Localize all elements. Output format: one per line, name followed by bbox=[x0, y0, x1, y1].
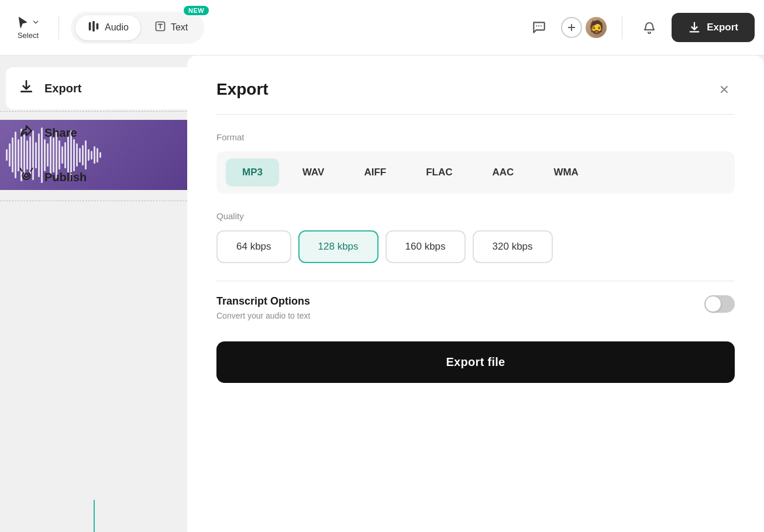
add-user-button[interactable] bbox=[561, 17, 582, 38]
quality-selector: 64 kbps 128 kbps 160 kbps 320 kbps bbox=[216, 230, 735, 263]
menu-item-export[interactable]: Export bbox=[6, 67, 187, 109]
menu-share-label: Share bbox=[44, 126, 77, 140]
modal-header: Export bbox=[216, 79, 735, 115]
quality-label: Quality bbox=[216, 211, 735, 221]
notification-button[interactable] bbox=[636, 15, 662, 40]
select-label: Select bbox=[18, 31, 39, 40]
export-label: Export bbox=[707, 22, 738, 33]
audio-icon bbox=[87, 20, 100, 36]
audio-label: Audio bbox=[105, 22, 129, 33]
user-group: 🧔 bbox=[561, 16, 608, 39]
format-aac-button[interactable]: AAC bbox=[476, 158, 531, 186]
quality-128-button[interactable]: 128 kbps bbox=[298, 230, 378, 263]
format-label: Format bbox=[216, 132, 735, 142]
svg-point-4 bbox=[536, 25, 537, 26]
playback-cursor bbox=[94, 500, 95, 532]
share-icon bbox=[19, 123, 34, 142]
avatar[interactable]: 🧔 bbox=[584, 16, 608, 39]
close-button[interactable] bbox=[714, 79, 735, 100]
format-mp3-button[interactable]: MP3 bbox=[226, 158, 279, 186]
menu-publish-label: Publish bbox=[44, 171, 87, 184]
transcript-toggle[interactable] bbox=[704, 295, 735, 313]
transcript-title: Transcript Options bbox=[216, 295, 310, 308]
cursor-icon bbox=[16, 16, 40, 29]
transcript-section: Transcript Options Convert your audio to… bbox=[216, 295, 735, 320]
transcript-desc: Convert your audio to text bbox=[216, 311, 310, 320]
chat-button[interactable] bbox=[526, 15, 552, 40]
format-wma-button[interactable]: WMA bbox=[537, 158, 594, 186]
publish-icon bbox=[19, 168, 34, 186]
modal-title: Export bbox=[216, 80, 269, 99]
quality-160-button[interactable]: 160 kbps bbox=[386, 230, 466, 263]
toggle-knob bbox=[706, 296, 721, 312]
export-modal: Export Format MP3 WAV AIFF FLAC AAC WMA bbox=[187, 56, 764, 532]
text-label: Text bbox=[171, 22, 188, 33]
download-icon bbox=[19, 79, 34, 98]
export-file-button[interactable]: Export file bbox=[216, 341, 735, 383]
quality-64-button[interactable]: 64 kbps bbox=[216, 230, 291, 263]
quality-320-button[interactable]: 320 kbps bbox=[473, 230, 553, 263]
audio-mode-button[interactable]: Audio bbox=[75, 15, 140, 40]
mode-selector: Audio Text NEW bbox=[71, 12, 204, 44]
format-selector: MP3 WAV AIFF FLAC AAC WMA bbox=[216, 151, 735, 194]
main-content: Export Share Publish bbox=[0, 56, 764, 532]
svg-point-7 bbox=[25, 174, 29, 178]
text-mode-button[interactable]: Text bbox=[143, 15, 199, 40]
format-aiff-button[interactable]: AIFF bbox=[347, 158, 402, 186]
menu-export-label: Export bbox=[44, 82, 81, 95]
text-icon bbox=[154, 20, 166, 35]
format-flac-button[interactable]: FLAC bbox=[409, 158, 469, 186]
new-badge: NEW bbox=[184, 6, 209, 15]
format-wav-button[interactable]: WAV bbox=[286, 158, 340, 186]
svg-point-6 bbox=[541, 25, 542, 26]
menu-item-share[interactable]: Share bbox=[0, 112, 187, 154]
svg-rect-2 bbox=[97, 23, 99, 29]
select-button[interactable]: Select bbox=[9, 11, 47, 44]
toolbar-divider-2 bbox=[622, 16, 622, 39]
toolbar: Select Audio Text NEW bbox=[0, 0, 764, 56]
toolbar-divider bbox=[58, 16, 59, 39]
export-file-label: Export file bbox=[446, 355, 505, 368]
menu-item-publish[interactable]: Publish bbox=[0, 156, 187, 198]
svg-rect-1 bbox=[92, 20, 95, 31]
format-section: Format MP3 WAV AIFF FLAC AAC WMA bbox=[216, 132, 735, 194]
quality-section: Quality 64 kbps 128 kbps 160 kbps 320 kb… bbox=[216, 211, 735, 263]
svg-rect-0 bbox=[89, 22, 91, 30]
section-divider bbox=[216, 281, 735, 281]
toolbar-right: 🧔 Export bbox=[526, 13, 755, 42]
side-menu: Export Share Publish bbox=[0, 56, 187, 532]
export-button[interactable]: Export bbox=[672, 13, 755, 42]
svg-point-5 bbox=[538, 25, 539, 26]
